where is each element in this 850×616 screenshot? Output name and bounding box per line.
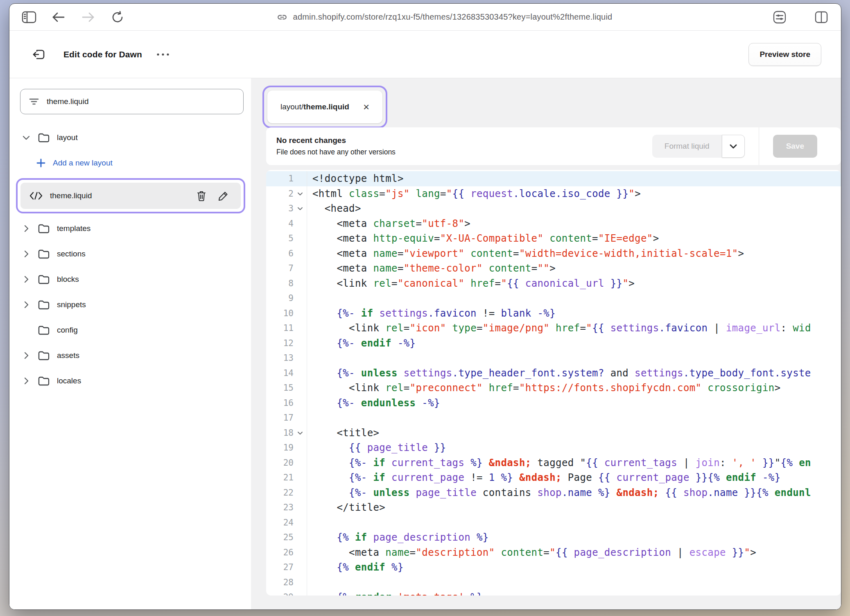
code-line[interactable]: 7 <meta name="theme-color" content=""> bbox=[266, 261, 841, 276]
line-number: 27 bbox=[266, 560, 296, 575]
code-line[interactable]: 13 bbox=[266, 351, 841, 366]
tab-layout-theme-liquid[interactable]: layout/theme.liquid × bbox=[267, 91, 382, 123]
chevron-right-icon bbox=[22, 276, 31, 283]
folder-label: config bbox=[57, 326, 78, 335]
code-line[interactable]: 26 <meta name="description" content="{{ … bbox=[266, 545, 841, 560]
code-line[interactable]: 28 bbox=[266, 575, 841, 590]
forward-button[interactable] bbox=[79, 8, 97, 26]
tree-folder-locales[interactable]: locales bbox=[9, 368, 251, 394]
browser-settings-button[interactable] bbox=[771, 8, 789, 26]
code-line[interactable]: 18 <title> bbox=[266, 426, 841, 441]
line-number: 12 bbox=[266, 336, 296, 351]
tab-close-icon[interactable]: × bbox=[363, 102, 369, 112]
code-line[interactable]: 20 {%- if current_tags %} &ndash; tagged… bbox=[266, 455, 841, 471]
tree-folder-blocks[interactable]: blocks bbox=[9, 267, 251, 292]
fold-spacer bbox=[296, 216, 307, 231]
folder-icon bbox=[37, 274, 50, 285]
fold-spacer bbox=[296, 246, 307, 261]
split-view-button[interactable] bbox=[812, 8, 830, 26]
tab-label: layout/theme.liquid bbox=[280, 102, 349, 111]
chevron-right-icon bbox=[22, 225, 31, 232]
fold-spacer bbox=[296, 306, 307, 321]
code-line[interactable]: 6 <meta name="viewport" content="width=d… bbox=[266, 246, 841, 261]
code-line[interactable]: 3 <head> bbox=[266, 201, 841, 216]
tree-folder-config[interactable]: config bbox=[9, 317, 251, 343]
filter-value: theme.liquid bbox=[47, 97, 88, 106]
code-line[interactable]: 24 bbox=[266, 515, 841, 530]
folder-label: blocks bbox=[57, 275, 79, 284]
delete-file-button[interactable] bbox=[194, 190, 209, 202]
fold-chevron-icon bbox=[297, 192, 303, 196]
code-line[interactable]: 12 {%- endif -%} bbox=[266, 336, 841, 351]
fold-spacer bbox=[296, 530, 307, 545]
code-line[interactable]: 2<html class="js" lang="{{ request.local… bbox=[266, 186, 841, 202]
line-gutter: 1 bbox=[266, 171, 307, 186]
code-line[interactable]: 17 bbox=[266, 410, 841, 426]
code-editor[interactable]: 1<!doctype html>2<html class="js" lang="… bbox=[266, 170, 841, 596]
sidebar-toggle-button[interactable] bbox=[20, 8, 38, 26]
browser-toolbar: admin.shopify.com/store/rzq1xu-f5/themes… bbox=[9, 4, 841, 31]
fold-spacer bbox=[296, 171, 307, 186]
line-gutter: 13 bbox=[266, 351, 307, 366]
code-area: 1<!doctype html>2<html class="js" lang="… bbox=[266, 171, 841, 596]
code-line[interactable]: 25 {% if page_description %} bbox=[266, 530, 841, 545]
add-new-layout-link[interactable]: Add a new layout bbox=[9, 150, 251, 176]
more-actions-button[interactable] bbox=[156, 52, 170, 57]
code-line[interactable]: 16 {%- endunless -%} bbox=[266, 396, 841, 411]
fold-toggle[interactable] bbox=[296, 186, 307, 202]
line-gutter: 24 bbox=[266, 515, 307, 530]
format-liquid-button[interactable]: Format liquid bbox=[652, 135, 722, 158]
tree-folder-assets[interactable]: assets bbox=[9, 343, 251, 368]
reload-button[interactable] bbox=[109, 8, 127, 26]
code-line[interactable]: 11 <link rel="icon" type="image/png" hre… bbox=[266, 321, 841, 336]
tree-file-theme-liquid[interactable]: theme.liquid bbox=[20, 183, 241, 209]
desktop-background: admin.shopify.com/store/rzq1xu-f5/themes… bbox=[0, 0, 850, 616]
format-options-button[interactable] bbox=[722, 135, 745, 158]
line-gutter: 22 bbox=[266, 485, 307, 500]
line-number: 21 bbox=[266, 470, 296, 485]
back-button[interactable] bbox=[50, 8, 68, 26]
code-line[interactable]: 23 </title> bbox=[266, 500, 841, 515]
code-line[interactable]: 4 <meta charset="utf-8"> bbox=[266, 216, 841, 231]
code-line[interactable]: 5 <meta http-equiv="X-UA-Compatible" con… bbox=[266, 231, 841, 246]
file-filter-input[interactable]: theme.liquid bbox=[20, 89, 244, 114]
code-text: <meta http-equiv="X-UA-Compatible" conte… bbox=[307, 231, 841, 246]
folder-label: layout bbox=[57, 133, 78, 142]
version-header: No recent changes File does not have any… bbox=[266, 127, 841, 165]
tree-folder-snippets[interactable]: snippets bbox=[9, 292, 251, 317]
kebab-icon bbox=[156, 52, 170, 57]
code-line[interactable]: 14 {%- unless settings.type_header_font.… bbox=[266, 366, 841, 381]
folder-label: sections bbox=[57, 249, 86, 258]
code-line[interactable]: 19 {{ page_title }} bbox=[266, 440, 841, 455]
folder-label: templates bbox=[57, 224, 90, 233]
save-button[interactable]: Save bbox=[773, 135, 817, 158]
fold-spacer bbox=[296, 470, 307, 485]
line-gutter: 6 bbox=[266, 246, 307, 261]
tree-folder-layout[interactable]: layout bbox=[9, 125, 251, 150]
file-sidebar: theme.liquid layout bbox=[9, 78, 251, 609]
fold-toggle[interactable] bbox=[296, 426, 307, 441]
fold-spacer bbox=[296, 351, 307, 366]
code-line[interactable]: 8 <link rel="canonical" href="{{ canonic… bbox=[266, 276, 841, 291]
fold-spacer bbox=[296, 261, 307, 276]
rename-file-button[interactable] bbox=[216, 190, 231, 201]
address-bar[interactable]: admin.shopify.com/store/rzq1xu-f5/themes… bbox=[127, 12, 762, 23]
code-line[interactable]: 27 {% endif %} bbox=[266, 560, 841, 575]
line-number: 10 bbox=[266, 306, 296, 321]
line-number: 25 bbox=[266, 530, 296, 545]
exit-editor-button[interactable] bbox=[30, 45, 48, 63]
tree-folder-templates[interactable]: templates bbox=[9, 216, 251, 241]
line-gutter: 8 bbox=[266, 276, 307, 291]
tree-folder-sections[interactable]: sections bbox=[9, 241, 251, 267]
code-line[interactable]: 10 {%- if settings.favicon != blank -%} bbox=[266, 306, 841, 321]
code-line[interactable]: 9 bbox=[266, 291, 841, 306]
code-line[interactable]: 1<!doctype html> bbox=[266, 171, 841, 186]
preview-store-button[interactable]: Preview store bbox=[748, 43, 821, 66]
code-line[interactable]: 15 <link rel="preconnect" href="https://… bbox=[266, 380, 841, 396]
code-line[interactable]: 22 {%- unless page_title contains shop.n… bbox=[266, 485, 841, 500]
line-number: 24 bbox=[266, 515, 296, 530]
code-line[interactable]: 21 {%- if current_page != 1 %} &ndash; P… bbox=[266, 470, 841, 485]
code-line[interactable]: 29 {% render 'meta-tags' %} bbox=[266, 590, 841, 596]
fold-toggle[interactable] bbox=[296, 201, 307, 216]
code-text: <link rel="icon" type="image/png" href="… bbox=[307, 321, 841, 336]
